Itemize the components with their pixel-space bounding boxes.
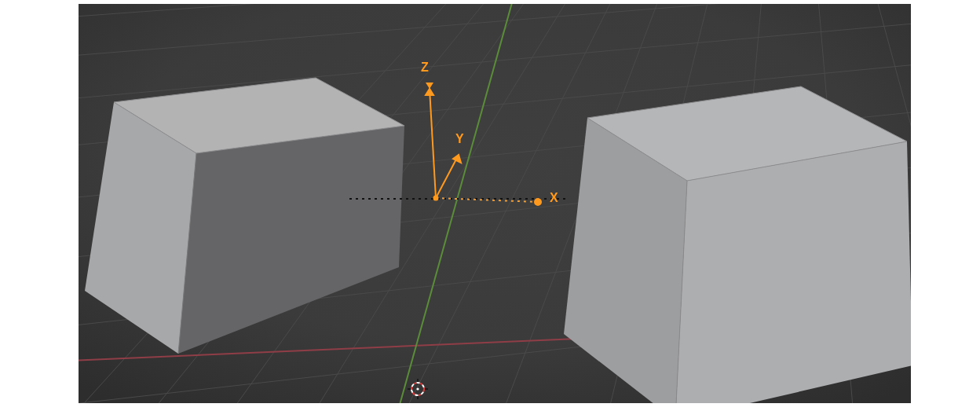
svg-marker-30 [675, 141, 911, 403]
viewport-3d[interactable]: Z Y X [79, 4, 911, 403]
viewport-svg [79, 4, 911, 403]
svg-point-20 [416, 387, 419, 390]
svg-point-37 [535, 199, 541, 205]
scene-object-cube-right[interactable] [564, 86, 911, 403]
page-frame: Z Y X [0, 0, 980, 411]
